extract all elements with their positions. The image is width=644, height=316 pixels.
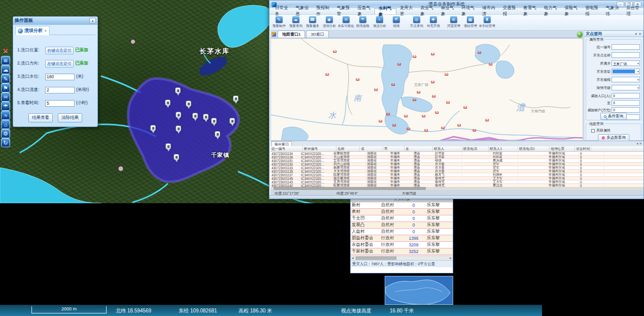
disaster-marker-icon[interactable]	[432, 94, 436, 98]
scroll-right-icon[interactable]: ►	[449, 256, 452, 260]
menu-item[interactable]: 气象信息	[292, 8, 313, 14]
risk-level-select[interactable]	[612, 85, 640, 90]
operation-panel-dialog[interactable]: 操作面板 ▴ 溃坝分析 ✕ 1.溃口位置: 右键点击定位 已添加 2.溃口方向:…	[13, 16, 98, 127]
scroll-left-icon[interactable]: ◄	[351, 256, 354, 260]
condition-search-button[interactable]: 条件查询	[600, 113, 627, 120]
table-row[interactable]: 人益村自然村0乐东黎	[351, 229, 453, 235]
menu-item[interactable]: 环境气象	[458, 8, 479, 14]
map-view-tab[interactable]: 3D窗口	[306, 30, 328, 38]
close-icon[interactable]: ✕	[3, 47, 9, 55]
toolbar-button[interactable]: ◉ 溃坝分析	[321, 15, 337, 30]
disaster-marker-icon[interactable]	[325, 72, 329, 76]
menu-item[interactable]: 龙舟大赛	[396, 8, 417, 14]
column-header[interactable]: 统一编号	[270, 146, 303, 151]
horizontal-scrollbar[interactable]: ◄ ►	[351, 256, 453, 260]
column-header[interactable]: 联系电话1	[518, 146, 550, 151]
map-pin[interactable]	[176, 112, 181, 118]
disaster-marker-icon[interactable]	[413, 54, 417, 58]
disaster-marker-icon[interactable]	[333, 49, 337, 53]
disaster-marker-icon[interactable]	[413, 98, 417, 102]
tool-icon[interactable]: ⚙	[1, 129, 10, 138]
dialog-titlebar[interactable]: 操作面板 ▴	[13, 17, 97, 25]
toolbar-button[interactable]: ≋ 河流管理	[445, 15, 462, 30]
column-header[interactable]: 市	[383, 146, 404, 151]
disaster-type-select[interactable]	[612, 69, 640, 74]
menu-item[interactable]: 水利气象	[375, 8, 396, 14]
menu-item[interactable]: 城市内涝	[479, 8, 499, 14]
map-pin[interactable]	[192, 113, 198, 119]
toolbar-button[interactable]: ♜ 水文站管理	[479, 15, 495, 30]
map-view-tab[interactable]: 地图窗口1	[278, 30, 305, 38]
toolbar-button[interactable]: ◎ 灾点查询	[408, 15, 425, 30]
clear-result-button[interactable]: 清除结果	[58, 113, 82, 122]
flow-speed-input[interactable]	[45, 87, 75, 93]
column-header[interactable]: 联系人	[433, 146, 462, 151]
pin-icon[interactable]: ▾	[636, 142, 638, 145]
map-pin[interactable]	[174, 154, 179, 160]
tab-close-icon[interactable]: ✕	[44, 29, 47, 33]
close-icon[interactable]: ✕	[639, 142, 642, 145]
disaster-marker-icon[interactable]	[356, 77, 360, 81]
checkbox[interactable]	[591, 129, 595, 133]
menu-item[interactable]: 林业气象	[437, 8, 458, 14]
map-pin[interactable]	[165, 100, 171, 106]
minimize-icon[interactable]: ▴	[89, 18, 96, 23]
output-panel[interactable]: 输出窗口 ▾ ✕ 统一编号野外编号名称省市县联系人联系电话联系人1联系电话1地理…	[270, 141, 643, 195]
disaster-marker-icon[interactable]	[485, 118, 489, 122]
map-pin[interactable]	[186, 101, 191, 107]
output-tab[interactable]: 输出窗口	[272, 141, 292, 146]
map-pin[interactable]	[229, 118, 235, 124]
toolbar-button[interactable]: ☔ 雨情	[388, 15, 404, 30]
disaster-marker-icon[interactable]	[397, 62, 401, 66]
map-pin[interactable]	[215, 131, 220, 137]
population-to-input[interactable]	[612, 100, 640, 106]
window-resize-bar[interactable]	[269, 195, 643, 199]
map-pin[interactable]	[203, 114, 209, 120]
table-row[interactable]: 千家村委会行政村3252乐东黎	[351, 248, 453, 255]
toolbar-button[interactable]: ☎ 预警服务	[304, 15, 321, 30]
table-row[interactable]: 发展凸自然村0乐东黎	[351, 222, 453, 229]
disaster-marker-icon[interactable]	[391, 82, 395, 86]
menu-item[interactable]: 电力气象	[540, 8, 561, 14]
disaster-marker-icon[interactable]	[489, 62, 493, 66]
menu-item[interactable]: 后台管理	[623, 8, 643, 14]
menu-item[interactable]: 教育气象	[520, 8, 540, 14]
tool-icon[interactable]: ⌂	[1, 120, 10, 129]
map-pin[interactable]	[176, 125, 181, 132]
disaster-marker-icon[interactable]	[379, 119, 383, 123]
map-pin[interactable]	[175, 87, 181, 93]
disaster-scale-select[interactable]	[612, 77, 640, 82]
status-orb-icon[interactable]	[577, 31, 583, 37]
threat-population-input[interactable]	[612, 93, 640, 99]
table-row[interactable]: 永益村委会行政村3209乐东黎	[351, 242, 453, 248]
disaster-marker-icon[interactable]	[446, 100, 450, 104]
disaster-query-panel[interactable]: 灾点查询 ▾ ✕ 属性查询 统一编号 灾害点名称 所属乡 王家厂镇	[584, 30, 643, 141]
polygon-query-button[interactable]: 多边形查询	[598, 134, 629, 141]
tool-icon[interactable]: ☁	[1, 65, 10, 74]
tool-icon[interactable]: ↻	[1, 138, 10, 147]
disaster-marker-icon[interactable]	[445, 72, 449, 76]
disaster-marker-icon[interactable]	[441, 125, 445, 130]
disaster-marker-icon[interactable]	[431, 52, 435, 56]
toolbar-button[interactable]: ✚ 补充灾情	[425, 15, 442, 30]
column-header[interactable]: 发生时间	[575, 146, 591, 151]
map-pin[interactable]	[233, 96, 239, 102]
toolbar-button[interactable]: ☂ 防汛抢险	[354, 15, 371, 30]
disaster-marker-icon[interactable]	[392, 123, 396, 127]
map-pin[interactable]	[211, 118, 217, 124]
menu-item[interactable]: 交通预报	[499, 8, 520, 14]
water-level-input[interactable]	[45, 74, 75, 80]
tool-icon[interactable]: ⚑	[1, 83, 10, 92]
pick-location-button[interactable]: 右键点击定位	[45, 47, 74, 54]
map-pin[interactable]	[165, 143, 171, 149]
township-select[interactable]: 王家厂镇	[612, 60, 640, 66]
scrollbar-thumb[interactable]	[356, 257, 396, 260]
disaster-marker-icon[interactable]	[435, 110, 439, 114]
table-row[interactable]: 新村自然村0乐东黎	[351, 202, 453, 209]
toolbar-button[interactable]: ▦ 测站管理	[462, 15, 479, 30]
column-header[interactable]: 名称	[336, 146, 360, 151]
vector-map[interactable]: 王家厂镇 大堰垱镇 南水澧	[270, 38, 583, 141]
column-header[interactable]: 地理位置	[550, 146, 575, 151]
disaster-marker-icon[interactable]	[386, 112, 390, 116]
link-attributes-option[interactable]: 关联属性	[591, 128, 611, 133]
